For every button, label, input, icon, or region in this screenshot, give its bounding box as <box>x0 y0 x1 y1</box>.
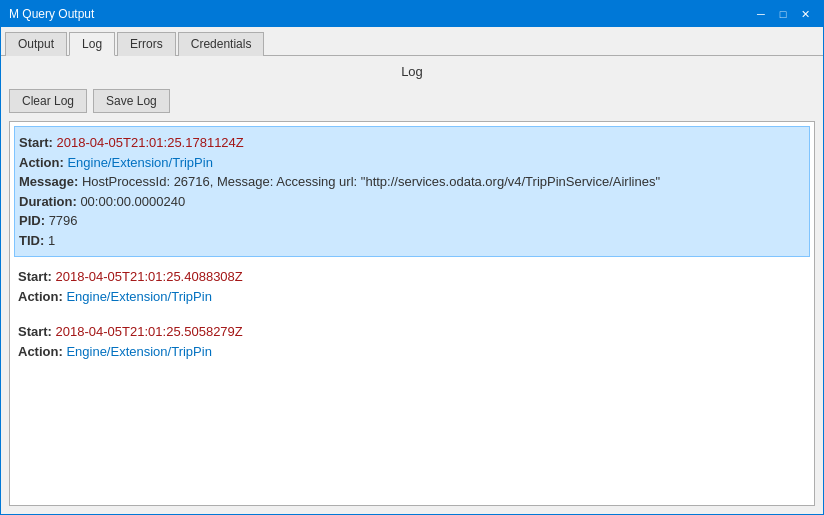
log-value: 2018-04-05T21:01:25.1781124Z <box>57 135 244 150</box>
maximize-button[interactable]: □ <box>773 5 793 23</box>
page-title: Log <box>1 56 823 85</box>
log-line: TID: 1 <box>19 231 805 251</box>
main-window: M Query Output ─ □ ✕ OutputLogErrorsCred… <box>0 0 824 515</box>
log-line: Action: Engine/Extension/TripPin <box>19 153 805 173</box>
log-value: Engine/Extension/TripPin <box>66 289 212 304</box>
log-line: Start: 2018-04-05T21:01:25.5058279Z <box>18 322 806 342</box>
log-line: Action: Engine/Extension/TripPin <box>18 342 806 362</box>
log-value: 2018-04-05T21:01:25.4088308Z <box>56 269 243 284</box>
log-value: 2018-04-05T21:01:25.5058279Z <box>56 324 243 339</box>
tab-errors[interactable]: Errors <box>117 32 176 56</box>
log-area[interactable]: Start: 2018-04-05T21:01:25.1781124ZActio… <box>9 121 815 506</box>
save-log-button[interactable]: Save Log <box>93 89 170 113</box>
log-key: Message: <box>19 174 82 189</box>
log-key: Start: <box>19 135 57 150</box>
log-value: HostProcessId: 26716, Message: Accessing… <box>82 174 660 189</box>
close-button[interactable]: ✕ <box>795 5 815 23</box>
log-line: Start: 2018-04-05T21:01:25.4088308Z <box>18 267 806 287</box>
log-key: TID: <box>19 233 48 248</box>
toolbar: Clear Log Save Log <box>1 85 823 121</box>
log-key: Start: <box>18 269 56 284</box>
log-key: Action: <box>19 155 67 170</box>
log-key: Start: <box>18 324 56 339</box>
log-value: 00:00:00.0000240 <box>80 194 185 209</box>
log-key: Action: <box>18 289 66 304</box>
clear-log-button[interactable]: Clear Log <box>9 89 87 113</box>
content-area: Log Clear Log Save Log Start: 2018-04-05… <box>1 56 823 514</box>
window-controls: ─ □ ✕ <box>751 5 815 23</box>
tabs-bar: OutputLogErrorsCredentials <box>1 27 823 56</box>
log-value: 1 <box>48 233 55 248</box>
log-value: 7796 <box>49 213 78 228</box>
minimize-button[interactable]: ─ <box>751 5 771 23</box>
log-key: Duration: <box>19 194 80 209</box>
log-entry[interactable]: Start: 2018-04-05T21:01:25.1781124ZActio… <box>14 126 810 257</box>
log-line: Action: Engine/Extension/TripPin <box>18 287 806 307</box>
log-line: Message: HostProcessId: 26716, Message: … <box>19 172 805 192</box>
log-line: PID: 7796 <box>19 211 805 231</box>
log-key: Action: <box>18 344 66 359</box>
log-entry[interactable]: Start: 2018-04-05T21:01:25.4088308ZActio… <box>14 261 810 312</box>
tab-log[interactable]: Log <box>69 32 115 56</box>
log-value: Engine/Extension/TripPin <box>66 344 212 359</box>
log-line: Start: 2018-04-05T21:01:25.1781124Z <box>19 133 805 153</box>
log-key: PID: <box>19 213 49 228</box>
tab-credentials[interactable]: Credentials <box>178 32 265 56</box>
log-line: Duration: 00:00:00.0000240 <box>19 192 805 212</box>
title-bar: M Query Output ─ □ ✕ <box>1 1 823 27</box>
tab-output[interactable]: Output <box>5 32 67 56</box>
window-title: M Query Output <box>9 7 94 21</box>
log-entry[interactable]: Start: 2018-04-05T21:01:25.5058279ZActio… <box>14 316 810 367</box>
log-value: Engine/Extension/TripPin <box>67 155 213 170</box>
